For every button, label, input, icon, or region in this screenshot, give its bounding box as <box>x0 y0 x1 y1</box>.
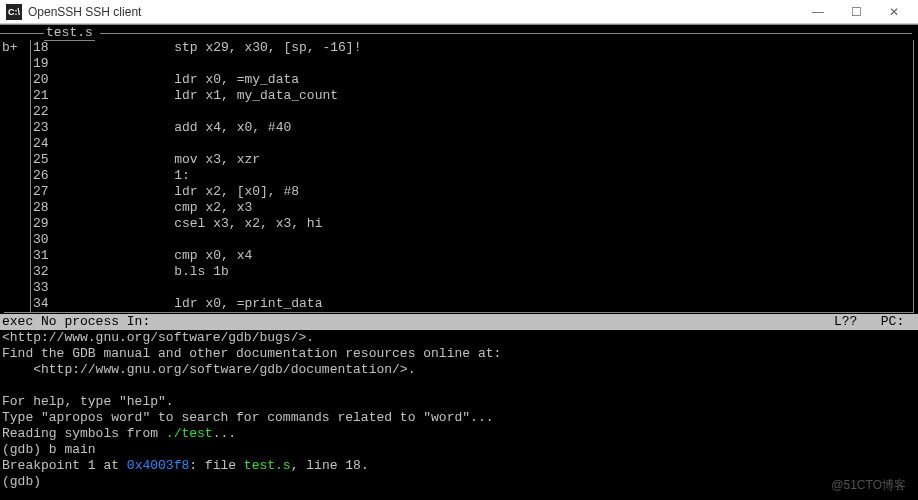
code-line: b.ls 1b <box>65 264 913 280</box>
line-number: 22 <box>33 104 57 120</box>
code-line: cmp x0, x4 <box>65 248 913 264</box>
gdb-output-line: For help, type "help". <box>2 394 916 410</box>
status-location: L?? PC: <box>834 314 916 330</box>
line-number: 34 <box>33 296 57 312</box>
source-filename: test.s <box>44 25 95 41</box>
code-line <box>65 280 913 296</box>
line-number: 21 <box>33 88 57 104</box>
line-numbers: 18 19 20 21 22 23 24 25 26 27 28 29 30 3… <box>33 40 57 312</box>
line-number: 26 <box>33 168 57 184</box>
code-line: cmp x2, x3 <box>65 200 913 216</box>
window-titlebar: C:\ OpenSSH SSH client — ☐ ✕ <box>0 0 918 24</box>
code-line: ldr x2, [x0], #8 <box>65 184 913 200</box>
line-number: 28 <box>33 200 57 216</box>
line-number: 33 <box>33 280 57 296</box>
minimize-button[interactable]: — <box>808 5 828 19</box>
code-line: mov x3, xzr <box>65 152 913 168</box>
line-number: 24 <box>33 136 57 152</box>
gdb-console[interactable]: <http://www.gnu.org/software/gdb/bugs/>.… <box>0 330 918 490</box>
gdb-output-line: Breakpoint 1 at 0x4003f8: file test.s, l… <box>2 458 916 474</box>
breakpoint-address: 0x4003f8 <box>127 458 189 473</box>
line-number: 19 <box>33 56 57 72</box>
code-line <box>65 136 913 152</box>
status-bar: exec No process In: L?? PC: <box>0 314 918 330</box>
gdb-output-line: Find the GDB manual and other documentat… <box>2 346 916 362</box>
line-number: 30 <box>33 232 57 248</box>
breakpoint-gutter[interactable]: b+ <box>0 40 26 312</box>
line-number: 29 <box>33 216 57 232</box>
symbols-file: ./test <box>166 426 213 441</box>
line-number: 32 <box>33 264 57 280</box>
maximize-button[interactable]: ☐ <box>846 5 866 19</box>
code-line <box>65 104 913 120</box>
app-icon: C:\ <box>6 4 22 20</box>
line-number: 25 <box>33 152 57 168</box>
line-number: 27 <box>33 184 57 200</box>
gdb-input-line: (gdb) b main <box>2 442 916 458</box>
gdb-output-line: Type "apropos word" to search for comman… <box>2 410 916 426</box>
window-controls: — ☐ ✕ <box>808 5 912 19</box>
source-code-text: stp x29, x30, [sp, -16]! ldr x0, =my_dat… <box>57 40 913 312</box>
window-title: OpenSSH SSH client <box>28 5 808 19</box>
gdb-output-line: <http://www.gnu.org/software/gdb/bugs/>. <box>2 330 916 346</box>
source-filename-row: test.s <box>0 24 918 40</box>
breakpoint-marker[interactable]: b+ <box>2 40 26 56</box>
code-line: add x4, x0, #40 <box>65 120 913 136</box>
watermark: @51CTO博客 <box>831 477 906 494</box>
line-number: 31 <box>33 248 57 264</box>
source-code-area[interactable]: 18 19 20 21 22 23 24 25 26 27 28 29 30 3… <box>30 40 914 312</box>
line-number: 23 <box>33 120 57 136</box>
code-line: stp x29, x30, [sp, -16]! <box>65 40 913 56</box>
code-line: 1: <box>65 168 913 184</box>
status-process: exec No process In: <box>2 314 834 330</box>
gdb-output-line: <http://www.gnu.org/software/gdb/documen… <box>2 362 916 378</box>
code-line: csel x3, x2, x3, hi <box>65 216 913 232</box>
gdb-output-line <box>2 378 916 394</box>
code-line: ldr x0, =print_data <box>65 296 913 312</box>
code-line <box>65 56 913 72</box>
code-line: ldr x0, =my_data <box>65 72 913 88</box>
code-line: ldr x1, my_data_count <box>65 88 913 104</box>
gdb-output-line: Reading symbols from ./test... <box>2 426 916 442</box>
gdb-prompt[interactable]: (gdb) <box>2 474 916 490</box>
line-number: 20 <box>33 72 57 88</box>
source-panel: test.s b+ 18 19 20 21 22 23 24 25 26 27 … <box>0 24 918 314</box>
close-button[interactable]: ✕ <box>884 5 904 19</box>
line-number: 18 <box>33 40 57 56</box>
breakpoint-file: test.s <box>244 458 291 473</box>
code-line <box>65 232 913 248</box>
